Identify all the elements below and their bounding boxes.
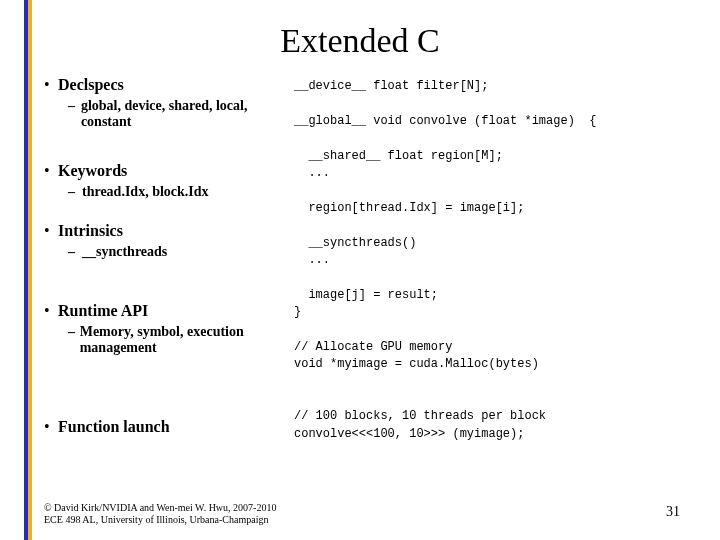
section-declspecs: • Declspecs bbox=[44, 76, 284, 94]
section-heading: Runtime API bbox=[58, 302, 148, 320]
code-line: ... bbox=[294, 253, 330, 267]
section-heading: Declspecs bbox=[58, 76, 124, 94]
footer-line: © David Kirk/NVIDIA and Wen-mei W. Hwu, … bbox=[44, 502, 276, 514]
section-sub: – Memory, symbol, execution management bbox=[68, 324, 284, 356]
code-line: } bbox=[294, 305, 301, 319]
dash-icon: – bbox=[68, 184, 82, 200]
stripe-yellow bbox=[28, 0, 32, 540]
dash-icon: – bbox=[68, 98, 81, 114]
slide-title: Extended C bbox=[0, 22, 720, 60]
bullet-icon: • bbox=[44, 302, 58, 320]
section-sub-text: global, device, shared, local, constant bbox=[81, 98, 284, 130]
bullet-icon: • bbox=[44, 76, 58, 94]
code-line: region[thread.Idx] = image[i]; bbox=[294, 201, 524, 215]
footer-credits: © David Kirk/NVIDIA and Wen-mei W. Hwu, … bbox=[44, 502, 276, 526]
section-sub-text: thread.Idx, block.Idx bbox=[82, 184, 209, 200]
bullet-icon: • bbox=[44, 162, 58, 180]
section-sub: – thread.Idx, block.Idx bbox=[68, 184, 284, 200]
bullet-list: • Declspecs – global, device, shared, lo… bbox=[44, 70, 294, 443]
code-line: __global__ void convolve (float *image) … bbox=[294, 114, 596, 128]
code-line: // Allocate GPU memory bbox=[294, 340, 452, 354]
code-line: __shared__ float region[M]; bbox=[294, 149, 503, 163]
section-keywords: • Keywords bbox=[44, 162, 284, 180]
bullet-icon: • bbox=[44, 222, 58, 240]
footer-line: ECE 498 AL, University of Illinois, Urba… bbox=[44, 514, 276, 526]
section-sub: – __syncthreads bbox=[68, 244, 284, 260]
code-line: // 100 blocks, 10 threads per block bbox=[294, 409, 546, 423]
code-line: void *myimage = cuda.Malloc(bytes) bbox=[294, 357, 539, 371]
section-function-launch: • Function launch bbox=[44, 418, 284, 436]
content-area: • Declspecs – global, device, shared, lo… bbox=[44, 70, 700, 443]
section-sub: – global, device, shared, local, constan… bbox=[68, 98, 284, 130]
section-sub-text: Memory, symbol, execution management bbox=[80, 324, 284, 356]
code-line: convolve<<<100, 10>>> (myimage); bbox=[294, 427, 524, 441]
code-line: __device__ float filter[N]; bbox=[294, 79, 488, 93]
bullet-icon: • bbox=[44, 418, 58, 436]
code-line: __syncthreads() bbox=[294, 236, 416, 250]
code-line: ... bbox=[294, 166, 330, 180]
section-intrinsics: • Intrinsics bbox=[44, 222, 284, 240]
page-number: 31 bbox=[666, 504, 680, 520]
section-heading: Function launch bbox=[58, 418, 170, 436]
code-line: image[j] = result; bbox=[294, 288, 438, 302]
dash-icon: – bbox=[68, 244, 82, 260]
code-block: __device__ float filter[N]; __global__ v… bbox=[294, 70, 700, 443]
section-heading: Keywords bbox=[58, 162, 127, 180]
decorative-stripe bbox=[24, 0, 32, 540]
dash-icon: – bbox=[68, 324, 80, 340]
section-runtime-api: • Runtime API bbox=[44, 302, 284, 320]
section-sub-text: __syncthreads bbox=[82, 244, 167, 260]
section-heading: Intrinsics bbox=[58, 222, 123, 240]
